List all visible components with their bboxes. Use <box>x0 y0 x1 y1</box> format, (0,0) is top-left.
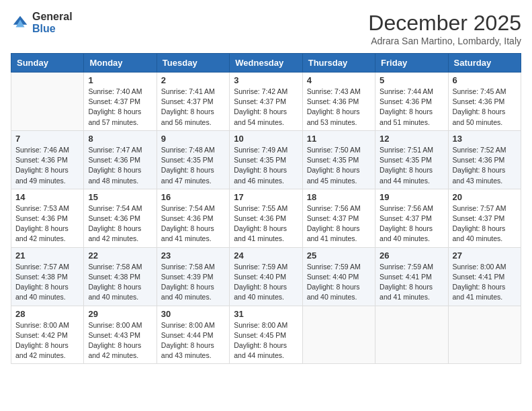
calendar-day-cell <box>302 306 375 364</box>
day-info: Sunrise: 7:59 AMSunset: 4:40 PMDaylight:… <box>234 262 298 303</box>
calendar-day-cell: 31Sunrise: 8:00 AMSunset: 4:45 PMDayligh… <box>230 306 302 364</box>
day-info: Sunrise: 7:48 AMSunset: 4:35 PMDaylight:… <box>161 145 225 186</box>
calendar-day-cell: 28Sunrise: 8:00 AMSunset: 4:42 PMDayligh… <box>11 306 84 364</box>
day-info: Sunrise: 7:52 AMSunset: 4:36 PMDaylight:… <box>453 145 517 186</box>
day-number: 12 <box>380 134 443 144</box>
day-info: Sunrise: 8:00 AMSunset: 4:41 PMDaylight:… <box>453 262 517 303</box>
calendar-day-cell: 9Sunrise: 7:48 AMSunset: 4:35 PMDaylight… <box>157 130 229 189</box>
day-number: 18 <box>307 192 371 202</box>
calendar-day-cell: 26Sunrise: 7:59 AMSunset: 4:41 PMDayligh… <box>375 247 448 306</box>
calendar-day-cell: 14Sunrise: 7:53 AMSunset: 4:36 PMDayligh… <box>11 189 84 247</box>
weekday-header: Tuesday <box>157 54 229 73</box>
day-number: 30 <box>161 309 225 319</box>
location-subtitle: Adrara San Martino, Lombardy, Italy <box>368 36 521 46</box>
calendar-day-cell: 17Sunrise: 7:55 AMSunset: 4:36 PMDayligh… <box>230 189 302 247</box>
calendar-day-cell: 11Sunrise: 7:50 AMSunset: 4:35 PMDayligh… <box>302 130 375 189</box>
day-info: Sunrise: 8:00 AMSunset: 4:45 PMDaylight:… <box>234 320 298 361</box>
day-number: 5 <box>380 75 443 85</box>
calendar-day-cell: 22Sunrise: 7:58 AMSunset: 4:38 PMDayligh… <box>84 247 157 306</box>
day-info: Sunrise: 7:58 AMSunset: 4:39 PMDaylight:… <box>161 262 225 303</box>
calendar-day-cell <box>11 73 84 131</box>
month-title: December 2025 <box>368 11 521 36</box>
day-number: 8 <box>88 134 152 144</box>
day-info: Sunrise: 7:56 AMSunset: 4:37 PMDaylight:… <box>380 203 443 244</box>
logo: General Blue <box>11 11 73 34</box>
day-number: 9 <box>161 134 225 144</box>
weekday-header: Thursday <box>302 54 375 73</box>
page-header: General Blue December 2025 Adrara San Ma… <box>11 11 521 46</box>
day-number: 24 <box>234 250 298 261</box>
day-number: 31 <box>234 309 298 319</box>
calendar-week-row: 28Sunrise: 8:00 AMSunset: 4:42 PMDayligh… <box>11 306 521 364</box>
day-number: 1 <box>88 75 152 85</box>
day-number: 15 <box>88 192 152 202</box>
weekday-header: Friday <box>375 54 448 73</box>
day-number: 28 <box>15 309 79 319</box>
calendar-table: SundayMondayTuesdayWednesdayThursdayFrid… <box>11 53 521 364</box>
calendar-day-cell: 23Sunrise: 7:58 AMSunset: 4:39 PMDayligh… <box>157 247 229 306</box>
day-info: Sunrise: 7:51 AMSunset: 4:35 PMDaylight:… <box>380 145 443 186</box>
title-area: December 2025 Adrara San Martino, Lombar… <box>368 11 521 46</box>
calendar-day-cell: 8Sunrise: 7:47 AMSunset: 4:36 PMDaylight… <box>84 130 157 189</box>
calendar-day-cell: 21Sunrise: 7:57 AMSunset: 4:38 PMDayligh… <box>11 247 84 306</box>
logo-icon <box>11 13 30 32</box>
calendar-day-cell: 15Sunrise: 7:54 AMSunset: 4:36 PMDayligh… <box>84 189 157 247</box>
day-info: Sunrise: 7:49 AMSunset: 4:35 PMDaylight:… <box>234 145 298 186</box>
day-info: Sunrise: 7:47 AMSunset: 4:36 PMDaylight:… <box>88 145 152 186</box>
weekday-header: Wednesday <box>230 54 302 73</box>
calendar-day-cell: 2Sunrise: 7:41 AMSunset: 4:37 PMDaylight… <box>157 73 229 131</box>
day-info: Sunrise: 7:53 AMSunset: 4:36 PMDaylight:… <box>15 203 79 244</box>
day-number: 6 <box>453 75 517 85</box>
day-info: Sunrise: 7:57 AMSunset: 4:37 PMDaylight:… <box>453 203 517 244</box>
logo-blue: Blue <box>32 23 73 35</box>
day-number: 17 <box>234 192 298 202</box>
day-info: Sunrise: 7:44 AMSunset: 4:36 PMDaylight:… <box>380 87 443 128</box>
day-number: 23 <box>161 250 225 261</box>
calendar-day-cell: 10Sunrise: 7:49 AMSunset: 4:35 PMDayligh… <box>230 130 302 189</box>
day-number: 11 <box>307 134 371 144</box>
day-number: 25 <box>307 250 371 261</box>
day-info: Sunrise: 7:57 AMSunset: 4:38 PMDaylight:… <box>15 262 79 303</box>
day-number: 4 <box>307 75 371 85</box>
logo-text: General Blue <box>32 11 73 34</box>
calendar-day-cell: 7Sunrise: 7:46 AMSunset: 4:36 PMDaylight… <box>11 130 84 189</box>
day-number: 19 <box>380 192 443 202</box>
day-info: Sunrise: 7:45 AMSunset: 4:36 PMDaylight:… <box>453 87 517 128</box>
weekday-header: Monday <box>84 54 157 73</box>
day-number: 10 <box>234 134 298 144</box>
day-number: 29 <box>88 309 152 319</box>
day-number: 7 <box>15 134 79 144</box>
day-info: Sunrise: 7:54 AMSunset: 4:36 PMDaylight:… <box>161 203 225 244</box>
calendar-week-row: 7Sunrise: 7:46 AMSunset: 4:36 PMDaylight… <box>11 130 521 189</box>
day-info: Sunrise: 7:55 AMSunset: 4:36 PMDaylight:… <box>234 203 298 244</box>
day-info: Sunrise: 7:41 AMSunset: 4:37 PMDaylight:… <box>161 87 225 128</box>
day-info: Sunrise: 7:40 AMSunset: 4:37 PMDaylight:… <box>88 87 152 128</box>
calendar-day-cell: 30Sunrise: 8:00 AMSunset: 4:44 PMDayligh… <box>157 306 229 364</box>
day-info: Sunrise: 7:43 AMSunset: 4:36 PMDaylight:… <box>307 87 371 128</box>
calendar-week-row: 14Sunrise: 7:53 AMSunset: 4:36 PMDayligh… <box>11 189 521 247</box>
calendar-day-cell: 6Sunrise: 7:45 AMSunset: 4:36 PMDaylight… <box>448 73 521 131</box>
logo-general: General <box>32 11 73 23</box>
calendar-day-cell <box>375 306 448 364</box>
day-info: Sunrise: 7:59 AMSunset: 4:41 PMDaylight:… <box>380 262 443 303</box>
day-info: Sunrise: 7:59 AMSunset: 4:40 PMDaylight:… <box>307 262 371 303</box>
day-info: Sunrise: 7:58 AMSunset: 4:38 PMDaylight:… <box>88 262 152 303</box>
calendar-day-cell: 3Sunrise: 7:42 AMSunset: 4:37 PMDaylight… <box>230 73 302 131</box>
calendar-week-row: 21Sunrise: 7:57 AMSunset: 4:38 PMDayligh… <box>11 247 521 306</box>
calendar-header-row: SundayMondayTuesdayWednesdayThursdayFrid… <box>11 54 521 73</box>
calendar-day-cell: 5Sunrise: 7:44 AMSunset: 4:36 PMDaylight… <box>375 73 448 131</box>
weekday-header: Saturday <box>448 54 521 73</box>
calendar-day-cell: 13Sunrise: 7:52 AMSunset: 4:36 PMDayligh… <box>448 130 521 189</box>
day-number: 3 <box>234 75 298 85</box>
calendar-day-cell: 20Sunrise: 7:57 AMSunset: 4:37 PMDayligh… <box>448 189 521 247</box>
day-number: 21 <box>15 250 79 261</box>
calendar-day-cell: 25Sunrise: 7:59 AMSunset: 4:40 PMDayligh… <box>302 247 375 306</box>
day-number: 13 <box>453 134 517 144</box>
calendar-day-cell: 12Sunrise: 7:51 AMSunset: 4:35 PMDayligh… <box>375 130 448 189</box>
day-info: Sunrise: 7:50 AMSunset: 4:35 PMDaylight:… <box>307 145 371 186</box>
day-number: 20 <box>453 192 517 202</box>
day-number: 2 <box>161 75 225 85</box>
day-number: 26 <box>380 250 443 261</box>
calendar-day-cell: 24Sunrise: 7:59 AMSunset: 4:40 PMDayligh… <box>230 247 302 306</box>
calendar-day-cell: 4Sunrise: 7:43 AMSunset: 4:36 PMDaylight… <box>302 73 375 131</box>
